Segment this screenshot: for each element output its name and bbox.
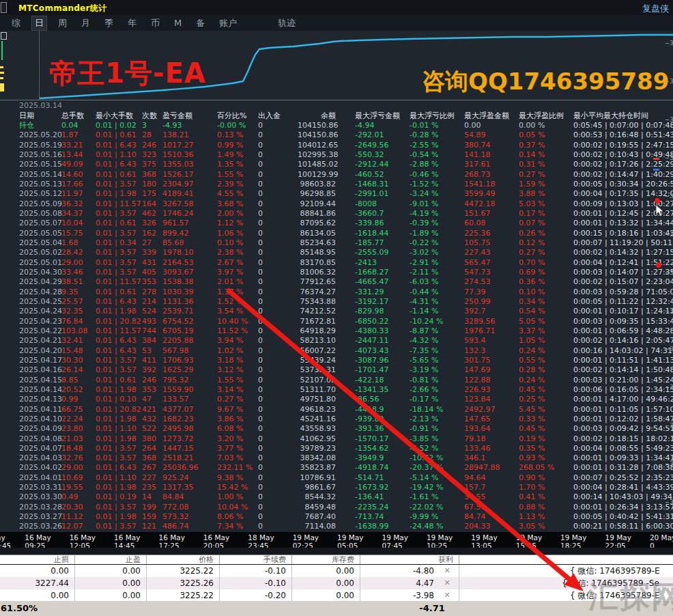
table-row[interactable]: 2025.05.0710.040.01 | 0.61326961.571.12 … (0, 219, 665, 228)
table-row[interactable]: 2025.04.2525.570.01 | 6.432141131.361.52… (0, 297, 665, 307)
menu-item-币[interactable]: 币 (148, 16, 162, 30)
cell: 2025.04.07 (0, 444, 61, 453)
table-row[interactable]: 2025.03.2820.300.01 | 3.57199772.0810.04… (0, 503, 665, 512)
right-axis-tick: 3 (665, 499, 673, 505)
cell: 0 (258, 219, 298, 228)
table-row[interactable]: 2025.05.041.680.01 | 0.342785.680.10 %08… (0, 238, 665, 248)
order-row[interactable]: 3227.440.003225.26-0.100.004.47✕{ 微信: 17… (0, 577, 673, 589)
cell: 0.37 % (519, 141, 573, 150)
table-row[interactable]: 2025.05.1317.660.01 | 3.571802304.972.39… (0, 180, 665, 189)
table-row[interactable]: 2025.04.0332.760.01 | 3.573682518.217.03… (0, 453, 665, 463)
table-row[interactable]: 2025.05.0228.420.01 | 3.573391978.102.38… (0, 248, 665, 257)
cell: 3.05 % (519, 522, 573, 531)
table-row[interactable]: 2025.05.0515.750.01 | 3.57162899.421.06 … (0, 229, 665, 238)
cell: -4918.74 (355, 463, 410, 473)
table-row[interactable]: 2025.05.0129.000.01 | 3.574312164.532.67… (0, 258, 665, 268)
cell: 0 (258, 365, 298, 375)
cell: 6.08 % (217, 424, 258, 434)
cell: 1.49 % (217, 150, 258, 160)
table-row[interactable]: 2025.04.130.990.01 | 0.1047133.570.27 %0… (0, 395, 665, 404)
table-row[interactable]: 2025.05.0834.370.01 | 3.574621746.242.00… (0, 209, 665, 219)
cell: 3 (142, 121, 162, 130)
table-row[interactable]: 2025.05.1549.090.01 | 6.433751355.031.35… (0, 160, 665, 169)
cell: 96298.85 (298, 189, 355, 199)
menu-item-轨迹[interactable]: 轨迹 (275, 16, 298, 30)
column-header: 余额 (298, 111, 355, 121)
cell: 67.59 (464, 503, 519, 512)
menu-item-综[interactable]: 综 (9, 16, 23, 30)
table-row[interactable]: 2025.04.1626.140.01 | 3.573921625.293.12… (0, 365, 665, 375)
close-icon[interactable]: ✕ (441, 565, 453, 577)
marker-red-dash (653, 158, 659, 160)
cell: 3.14 % (217, 385, 258, 395)
menu-item-备[interactable]: 备 (193, 16, 207, 30)
table-row[interactable]: 2025.04.0110.690.01 | 1.10227925.249.38 … (0, 473, 665, 483)
right-axis-tick: 3 (665, 461, 673, 467)
menu-item-日[interactable]: 日 (32, 16, 46, 30)
cell: 2025.05.12 (0, 189, 61, 199)
table-row[interactable]: 2025.04.2432.350.01 | 1.985242539.713.54… (0, 307, 665, 316)
order-row[interactable]: 0.000.003225.22-0.100.00-4.80✕{ 微信: 1746… (0, 565, 673, 577)
table-row[interactable]: 2025.04.0718.480.01 | 3.572641447.153.77… (0, 444, 665, 453)
table-row[interactable]: 2025.05.201.870.01 | 0.6128138.210.13 %0… (0, 130, 665, 140)
table-row[interactable]: 2025.03.2711.120.01 | 1.98159573.328.06 … (0, 512, 665, 522)
cell: -2649.56 (355, 141, 410, 150)
table-row[interactable]: 2025.04.158.850.01 | 0.61246795.321.55 %… (0, 376, 665, 385)
cell: 29.00 (61, 463, 96, 473)
cell: -10.62 % (410, 453, 464, 463)
menu-item-年[interactable]: 年 (125, 16, 139, 30)
cell: 795.32 (162, 376, 217, 385)
menu-item-月[interactable]: 月 (78, 16, 93, 30)
table-row[interactable]: 2025.04.2015.480.01 | 6.4353567.981.02 %… (0, 346, 665, 356)
table-row[interactable]: 2025.04.3033.460.01 | 3.574053093.673.97… (0, 268, 665, 277)
cell: 3.94 % (217, 336, 258, 346)
menu-item-M[interactable]: M (171, 17, 184, 29)
table-row[interactable]: 2025.05.1414.600.01 | 0.613681526.171.55… (0, 170, 665, 180)
table-row[interactable]: 2025.04.0229.000.01 | 6.4326725036.96232… (0, 463, 665, 473)
close-icon[interactable]: ✕ (441, 577, 453, 589)
cell: 2025.05.08 (0, 209, 61, 219)
table-row[interactable]: 2025.04.22103.080.01 | 11.577446705.1911… (0, 326, 665, 336)
table-row[interactable]: 2025.04.1166.750.01 | 20.824214377.079.6… (0, 405, 665, 415)
cell: 0 (258, 258, 298, 268)
cell: 0.10 % (519, 288, 573, 297)
fupanxia-link[interactable]: 复盘侠 (642, 3, 669, 15)
cell: -939.89 (355, 415, 410, 424)
cell: 0.27 % (519, 248, 573, 257)
table-row[interactable]: 2025.04.289.350.01 | 0.612781030.391.37 … (0, 288, 665, 297)
table-row[interactable]: 2025.04.2376.840.01 | 20.824936754.5210.… (0, 317, 665, 326)
cell: -5.65 % (410, 356, 464, 365)
table-row[interactable]: 2025.04.2132.410.01 | 6.433842205.883.94… (0, 336, 665, 346)
table-row[interactable]: 2025.03.2612.070.01 | 3.57121486.747.34 … (0, 522, 665, 531)
column-header: 日期 (0, 111, 61, 121)
table-row[interactable]: 2025.04.1022.240.01 | 1.984321682.233.86… (0, 415, 665, 424)
table-row[interactable]: 2025.05.1613.440.01 | 1.103231510.361.49… (0, 150, 665, 160)
menu-item-周[interactable]: 周 (55, 16, 70, 30)
cell: 0 (258, 160, 298, 169)
table-row[interactable]: 2025.04.1420.520.01 | 1.983531559.903.14… (0, 385, 665, 395)
table-row[interactable]: 2025.03.300.490.01 | 0.191484.841.00 %08… (0, 492, 665, 502)
cell: 0 (258, 229, 298, 238)
cell: 0 (258, 503, 298, 512)
table-row[interactable]: 2025.05.1933.210.01 | 6.432461017.270.99… (0, 141, 665, 150)
order-row[interactable]: 0.000.003225.22-0.200.00-3.98✕{ 微信: 1746… (0, 589, 673, 602)
cell: 0:00:05 | 0:11:22 | 12:32:48 (573, 297, 665, 307)
cell: 0.01 | 0.61 (96, 376, 142, 385)
table-row[interactable]: 2025.04.1730.300.01 | 3.574111706.933.18… (0, 356, 665, 365)
menu-item-季[interactable]: 季 (102, 16, 116, 30)
table-row[interactable]: 2025.04.2938.510.01 | 11.573531538.382.0… (0, 277, 665, 287)
table-row[interactable]: 2025.03.3119.550.01 | 1.982351317.3515.4… (0, 483, 665, 492)
cell: -4.19 % (410, 209, 464, 219)
table-row[interactable]: 2025.04.0923.800.01 | 1.105222495.986.08… (0, 424, 665, 434)
position-row[interactable]: 持仓0.040.01 | 0.023-4.93-0.00 %0104150.86… (0, 121, 665, 130)
table-row[interactable]: 2025.04.0821.030.01 | 1.983801273.723.20… (0, 434, 665, 444)
table-row[interactable]: 2025.05.1211.970.01 | 1.981754189.414.55… (0, 189, 665, 199)
cell: 0 (258, 376, 298, 385)
close-icon[interactable]: ✕ (441, 589, 453, 602)
cell: 0 (258, 395, 298, 404)
cell: 0:00:01 | 0:10:17 | 1:24:11 (573, 307, 665, 316)
table-row[interactable]: 2025.05.0936.320.01 | 11.571643267.583.6… (0, 199, 665, 209)
cell: 0:00:04 | 0:08:55 | 5:49:23 (573, 444, 665, 453)
menu-item-账户[interactable]: 账户 (216, 16, 240, 30)
order-cell: 0.00 (75, 565, 147, 577)
